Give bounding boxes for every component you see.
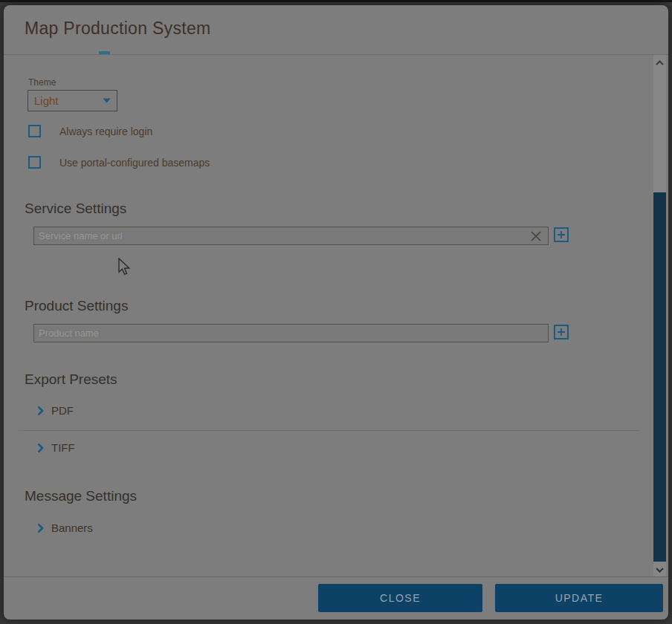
header-divider xyxy=(4,54,668,55)
footer-divider xyxy=(4,576,668,577)
screen: Map Production System Theme Light Always… xyxy=(0,0,672,624)
scrollbar-thumb[interactable] xyxy=(653,192,666,562)
scroll-up-icon[interactable] xyxy=(653,56,666,69)
add-product-button[interactable] xyxy=(554,325,569,339)
chevron-right-icon xyxy=(37,523,44,533)
theme-select-value: Light xyxy=(34,94,103,107)
product-settings-heading: Product Settings xyxy=(25,298,128,314)
scroll-down-icon[interactable] xyxy=(653,564,666,576)
message-setting-label: Banners xyxy=(51,521,93,534)
export-preset-label: PDF xyxy=(51,404,74,417)
chevron-right-icon xyxy=(37,443,44,453)
caret-down-icon xyxy=(103,98,111,103)
export-preset-pdf-row[interactable]: PDF xyxy=(37,404,74,417)
mouse-cursor xyxy=(117,258,130,279)
chevron-right-icon xyxy=(37,406,44,416)
checkbox-label: Use portal-configured basemaps xyxy=(59,157,210,169)
add-service-button[interactable] xyxy=(554,227,569,242)
always-require-login-checkbox[interactable] xyxy=(28,125,41,137)
vertical-scrollbar[interactable] xyxy=(653,55,666,576)
export-preset-label: TIFF xyxy=(51,441,75,454)
export-presets-heading: Export Presets xyxy=(25,371,117,388)
checkbox-row-portal-basemaps: Use portal-configured basemaps xyxy=(28,156,210,169)
update-button[interactable]: UPDATE xyxy=(495,584,663,612)
service-name-input[interactable] xyxy=(33,227,549,245)
export-preset-tiff-row[interactable]: TIFF xyxy=(37,441,75,454)
clear-input-icon[interactable] xyxy=(530,230,542,242)
message-settings-heading: Message Settings xyxy=(25,488,137,504)
dialog-title: Map Production System xyxy=(25,19,210,39)
row-divider xyxy=(19,430,640,431)
close-button[interactable]: CLOSE xyxy=(318,584,482,612)
product-name-input[interactable] xyxy=(33,324,549,342)
portal-basemaps-checkbox[interactable] xyxy=(28,156,41,169)
map-production-system-dialog: Map Production System Theme Light Always… xyxy=(4,5,668,620)
checkbox-label: Always require login xyxy=(59,126,152,137)
theme-label: Theme xyxy=(28,77,56,88)
theme-select[interactable]: Light xyxy=(28,90,117,111)
checkbox-row-always-require-login: Always require login xyxy=(28,125,152,137)
service-settings-heading: Service Settings xyxy=(25,201,126,217)
banners-row[interactable]: Banners xyxy=(37,521,93,534)
